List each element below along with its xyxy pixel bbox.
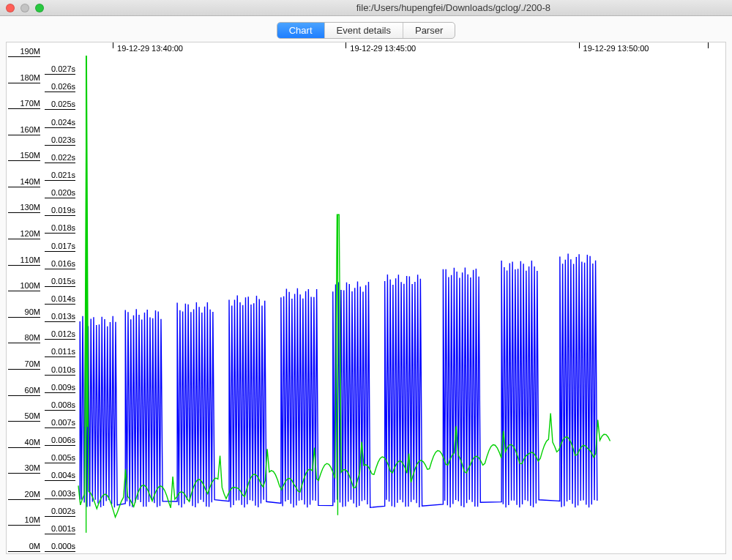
x-tick: 19-12-29 13:50:00 [583, 44, 649, 53]
y-mem-tick: 180M [8, 74, 40, 83]
y-mem-tick: 80M [8, 334, 40, 343]
y-sec-tick: 0.008s [45, 401, 75, 411]
y-sec-tick: 0.020s [45, 189, 75, 198]
y-sec-tick: 0.010s [45, 366, 75, 376]
y-mem-tick: 150M [8, 152, 40, 161]
y-sec-tick: 0.026s [45, 83, 75, 92]
y-sec-tick: 0.013s [45, 313, 75, 322]
window-title: file:/Users/hupengfei/Downloads/gclog/./… [356, 2, 550, 13]
x-tick: 19-12-29 13:45:00 [350, 44, 416, 53]
close-icon[interactable] [6, 4, 15, 12]
y-mem-tick: 100M [8, 282, 40, 291]
tab-parser[interactable]: Parser [403, 23, 455, 38]
chart-plot [78, 56, 726, 550]
tab-event-details[interactable]: Event details [325, 23, 403, 38]
y-mem-tick: 140M [8, 178, 40, 187]
chart-area[interactable]: 190M180M170M160M150M140M130M120M110M100M… [6, 42, 726, 554]
series-heap-used [80, 253, 597, 507]
maximize-icon[interactable] [35, 4, 44, 12]
y-sec-tick: 0.025s [45, 100, 75, 110]
y-axis-left: 190M180M170M160M150M140M130M120M110M100M… [7, 42, 78, 553]
y-sec-tick: 0.003s [45, 490, 75, 499]
y-mem-tick: 20M [8, 490, 40, 500]
x-axis-top: 19-12-29 13:40:0019-12-29 13:45:0019-12-… [78, 42, 725, 56]
app-body: Chart Event details Parser 190M180M170M1… [0, 16, 732, 560]
y-mem-tick: 170M [8, 100, 40, 109]
y-sec-tick: 0.014s [45, 295, 75, 305]
y-sec-tick: 0.027s [45, 65, 75, 75]
y-sec-tick: 0.005s [45, 454, 75, 463]
y-sec-tick: 0.006s [45, 436, 75, 446]
y-sec-tick: 0.018s [45, 224, 75, 234]
y-sec-tick: 0.012s [45, 330, 75, 340]
traffic-lights [0, 4, 44, 12]
y-sec-tick: 0.007s [45, 419, 75, 428]
y-sec-tick: 0.000s [45, 542, 75, 552]
view-switcher: Chart Event details Parser [0, 22, 732, 39]
y-mem-tick: 0M [8, 542, 40, 552]
x-tick: 19-12-29 13:40:00 [117, 44, 183, 53]
titlebar: file:/Users/hupengfei/Downloads/gclog/./… [0, 0, 732, 16]
y-mem-tick: 10M [8, 516, 40, 526]
y-sec-tick: 0.019s [45, 206, 75, 216]
tab-chart[interactable]: Chart [277, 23, 325, 38]
y-mem-tick: 120M [8, 230, 40, 239]
y-sec-tick: 0.017s [45, 242, 75, 252]
y-mem-tick: 50M [8, 412, 40, 422]
y-mem-tick: 130M [8, 204, 40, 213]
y-sec-tick: 0.021s [45, 171, 75, 181]
y-mem-tick: 30M [8, 464, 40, 474]
y-sec-tick: 0.016s [45, 260, 75, 269]
y-sec-tick: 0.009s [45, 384, 75, 393]
minimize-icon[interactable] [20, 4, 29, 12]
y-sec-tick: 0.024s [45, 119, 75, 128]
y-sec-tick: 0.015s [45, 277, 75, 287]
y-mem-tick: 110M [8, 256, 40, 266]
y-mem-tick: 190M [8, 48, 40, 57]
y-mem-tick: 90M [8, 308, 40, 318]
y-sec-tick: 0.022s [45, 154, 75, 163]
y-sec-tick: 0.004s [45, 471, 75, 481]
segmented-control: Chart Event details Parser [277, 22, 456, 39]
y-sec-tick: 0.001s [45, 525, 75, 534]
y-mem-tick: 160M [8, 126, 40, 135]
y-sec-tick: 0.023s [45, 136, 75, 146]
y-sec-tick: 0.002s [45, 507, 75, 517]
y-mem-tick: 70M [8, 360, 40, 370]
y-sec-tick: 0.011s [45, 348, 75, 357]
y-mem-tick: 40M [8, 438, 40, 448]
y-mem-tick: 60M [8, 387, 40, 396]
